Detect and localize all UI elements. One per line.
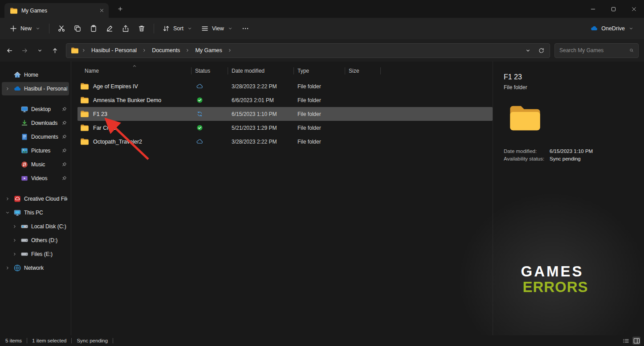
file-row-octopath-traveler2[interactable]: Octopath_Traveler23/28/2023 2:22 PMFile … — [77, 135, 493, 148]
chevron-right-icon[interactable] — [12, 237, 18, 243]
maximize-button[interactable] — [603, 0, 624, 18]
details-pane: F1 23 File folder Date modified: 6/15/20… — [493, 62, 644, 335]
details-view-icon[interactable] — [622, 337, 630, 345]
toolbar-separator — [49, 24, 49, 33]
file-type: File folder — [294, 83, 345, 90]
cut-button[interactable] — [53, 21, 69, 36]
pin-icon — [61, 120, 67, 126]
sidebar-item-label: Hasibul - Personal — [24, 86, 67, 92]
chevron-right-icon[interactable] — [4, 265, 11, 271]
column-header-date-modified[interactable]: Date modified — [228, 64, 294, 78]
sidebar-item-hasibul-personal[interactable]: Hasibul - Personal — [2, 82, 69, 95]
refresh-icon[interactable] — [535, 45, 547, 56]
chevron-right-icon — [141, 47, 147, 54]
file-row-age-of-empires-iv[interactable]: Age of Empires IV3/28/2023 2:22 PMFile f… — [77, 79, 493, 93]
chevron-down-icon[interactable] — [4, 210, 11, 216]
view-icon — [201, 25, 209, 33]
sort-button[interactable]: Sort — [158, 21, 197, 36]
close-button[interactable] — [624, 0, 644, 18]
status-cloud-icon — [196, 83, 203, 90]
file-row-f1-23[interactable]: F1 236/15/2023 1:10 PMFile folder — [77, 107, 493, 121]
column-header-type[interactable]: Type — [294, 64, 345, 78]
sidebar-item-creative-cloud-files[interactable]: Creative Cloud Files — [2, 192, 69, 206]
chevron-slot — [12, 161, 18, 168]
folder-icon — [71, 46, 79, 54]
sidebar-item-label: Files (E:) — [31, 251, 67, 257]
file-list-area: NameStatusDate modifiedTypeSize Age of E… — [71, 62, 493, 335]
date-modified-label: Date modified: — [504, 148, 550, 154]
rename-icon — [106, 25, 114, 33]
up-button[interactable] — [48, 44, 61, 57]
status-synced-icon — [196, 97, 203, 103]
copy-button[interactable] — [69, 21, 86, 36]
share-button[interactable] — [118, 21, 134, 36]
breadcrumb-item-documents[interactable]: Documents — [149, 46, 183, 55]
sidebar-item-label: Downloads — [31, 120, 58, 126]
recent-locations-button[interactable] — [33, 44, 46, 57]
preview-pane-view-icon[interactable] — [632, 337, 640, 345]
search-box[interactable] — [554, 43, 639, 58]
sidebar-item-desktop[interactable]: Desktop — [2, 103, 69, 116]
column-header-label: Type — [298, 68, 309, 74]
new-tab-button[interactable] — [115, 4, 126, 14]
sidebar-item-music[interactable]: Music — [2, 158, 69, 171]
chevron-right-icon[interactable] — [12, 251, 18, 257]
videos-icon — [20, 174, 29, 182]
address-bar[interactable]: Hasibul - PersonalDocumentsMy Games — [66, 43, 550, 58]
chevron-slot — [4, 72, 11, 78]
column-header-status[interactable]: Status — [192, 64, 228, 78]
address-dropdown-icon[interactable] — [522, 45, 534, 56]
minimize-button[interactable] — [583, 0, 603, 18]
chevron-right-icon — [81, 47, 87, 54]
file-row-far-cry-5[interactable]: Far Cry 55/21/2023 1:29 PMFile folder — [77, 121, 493, 135]
divider — [71, 338, 72, 343]
sidebar-item-network[interactable]: Network — [2, 261, 69, 275]
onedrive-status-button[interactable]: OneDrive — [586, 21, 639, 36]
paste-button[interactable] — [86, 21, 102, 36]
window-controls — [583, 0, 644, 18]
file-explorer-window: My Games NewSortView OneDrive Hasibul - … — [0, 0, 644, 346]
sidebar-item-label: Local Disk (C:) — [31, 223, 67, 230]
sidebar-item-videos[interactable]: Videos — [2, 172, 69, 185]
column-header-name[interactable]: Name — [77, 64, 192, 78]
chevron-right-icon[interactable] — [12, 223, 18, 230]
chevron-right-icon[interactable] — [4, 86, 11, 92]
back-button[interactable] — [3, 44, 16, 57]
search-icon — [628, 47, 635, 54]
sidebar-item-label: Documents — [31, 134, 58, 140]
sidebar-item-downloads[interactable]: Downloads — [2, 116, 69, 130]
pin-icon — [61, 175, 67, 181]
sidebar-item-home[interactable]: Home — [2, 68, 69, 82]
file-rows: Age of Empires IV3/28/2023 2:22 PMFile f… — [77, 79, 493, 148]
documents-icon — [20, 133, 29, 141]
sidebar-item-local-disk-c[interactable]: Local Disk (C:) — [2, 220, 69, 233]
sync-status: Sync pending — [77, 338, 108, 343]
tab-close-icon[interactable] — [97, 6, 106, 15]
sidebar-item-documents[interactable]: Documents — [2, 130, 69, 144]
more-options-button[interactable] — [237, 21, 253, 36]
sidebar-item-pictures[interactable]: Pictures — [2, 144, 69, 157]
disk-icon — [20, 236, 29, 244]
explorer-tab[interactable]: My Games — [4, 3, 109, 18]
search-input[interactable] — [559, 47, 628, 54]
delete-button[interactable] — [134, 21, 150, 36]
sidebar-item-files-e[interactable]: Files (E:) — [2, 247, 69, 261]
pictures-icon — [20, 147, 29, 155]
view-label: View — [212, 25, 224, 32]
forward-button[interactable] — [18, 44, 31, 57]
sidebar-item-others-d[interactable]: Others (D:) — [2, 234, 69, 247]
new-button[interactable]: New — [5, 21, 45, 36]
sidebar-gap — [0, 96, 71, 102]
cut-icon — [57, 25, 65, 33]
breadcrumb-item-hasibul-personal[interactable]: Hasibul - Personal — [89, 46, 139, 55]
column-header-size[interactable]: Size — [345, 64, 381, 78]
rename-button[interactable] — [102, 21, 118, 36]
view-button[interactable]: View — [197, 21, 237, 36]
sidebar-item-this-pc[interactable]: This PC — [2, 206, 69, 219]
chevron-slot — [12, 106, 18, 112]
divider — [113, 338, 113, 343]
file-row-amnesia-the-bunker-demo[interactable]: Amnesia The Bunker Demo6/6/2023 2:01 PMF… — [77, 93, 493, 107]
breadcrumb-item-my-games[interactable]: My Games — [192, 46, 224, 55]
items-count: 5 items — [5, 338, 22, 343]
chevron-right-icon[interactable] — [4, 196, 11, 202]
